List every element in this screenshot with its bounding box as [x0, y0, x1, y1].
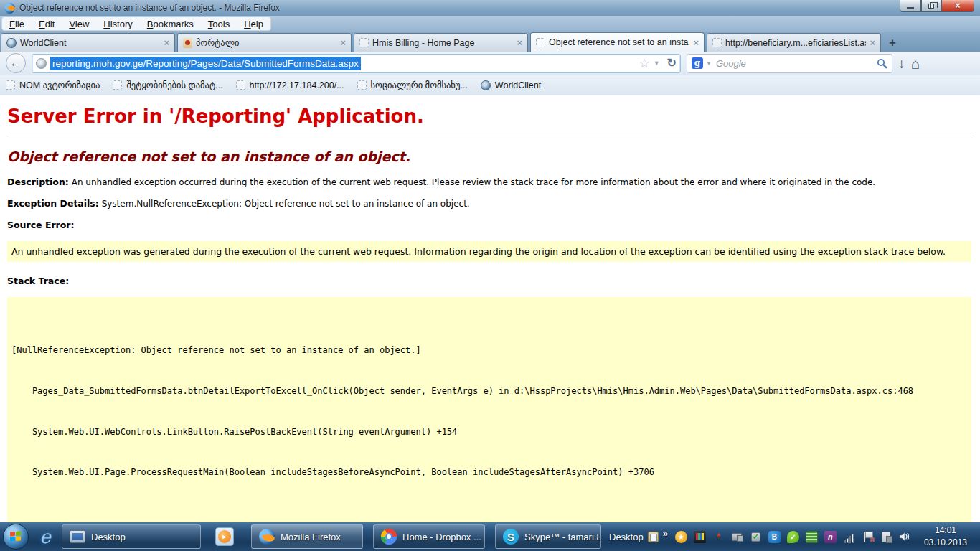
search-engine-dropdown-icon[interactable]: ▼ [706, 60, 712, 67]
source-error-box: An unhandled exception was generated dur… [7, 241, 971, 262]
tray-volume-icon[interactable] [899, 531, 911, 543]
down-arrow-glyph: ▼ [715, 537, 722, 540]
tray-devices-icon[interactable] [731, 531, 743, 543]
exception-details-label: Exception Details: [7, 198, 99, 209]
tray-security-check-icon[interactable]: ✓ [750, 531, 762, 543]
internet-explorer-icon[interactable]: e [33, 524, 57, 549]
placeholder-favicon [6, 80, 15, 90]
menu-tools[interactable]: Tools [208, 19, 230, 29]
stack-trace-line: Stack Trace: [7, 276, 973, 286]
menu-view[interactable]: View [69, 19, 89, 29]
menu-file[interactable]: File [9, 19, 24, 29]
placeholder-favicon [113, 80, 122, 90]
placeholder-favicon [359, 38, 369, 47]
tab-beneficiary-list[interactable]: http://beneficiary.m...eficiariesList.as… [707, 33, 881, 52]
bluetooth-glyph: B [772, 533, 777, 541]
tab-server-error-active[interactable]: Object reference not set to an instanc..… [530, 32, 705, 52]
tab-close-icon[interactable]: × [164, 38, 169, 47]
tray-displays-icon[interactable] [694, 531, 706, 543]
placeholder-favicon [236, 80, 245, 90]
new-tab-button[interactable]: + [883, 35, 902, 50]
close-button[interactable]: × [941, 0, 974, 12]
bookmark-social-service[interactable]: სოციალური მომსახუ... [357, 80, 468, 90]
bookmark-worldclient[interactable]: WorldClient [481, 80, 541, 90]
tray-bluetooth-icon[interactable]: B [768, 531, 781, 543]
firefox-icon [4, 3, 15, 14]
google-engine-icon[interactable]: g [692, 57, 703, 69]
globe-favicon [481, 80, 491, 90]
search-icon[interactable] [877, 58, 887, 69]
placeholder-favicon [712, 38, 722, 47]
tab-bar: WorldClient × პორტალი × Hmis Billing - H… [0, 32, 980, 52]
downloads-icon[interactable]: ↓ [898, 57, 905, 70]
menu-help[interactable]: Help [244, 19, 263, 29]
tray-signal-strength-icon[interactable] [843, 531, 855, 543]
placeholder-favicon [536, 38, 545, 47]
tab-title: WorldClient [20, 38, 160, 48]
desktop-toolbar-label: Desktop [609, 532, 644, 542]
menu-bookmarks[interactable]: Bookmarks [147, 19, 194, 29]
taskbar-button-desktop[interactable]: Desktop [62, 524, 201, 549]
crest-favicon [183, 38, 192, 48]
restore-button[interactable] [921, 0, 941, 12]
media-player-icon[interactable]: ► [212, 524, 237, 549]
menu-history[interactable]: History [103, 19, 132, 29]
taskbar-button-dropbox[interactable]: Home - Dropbox ... [373, 524, 485, 549]
tray-messenger-icon[interactable]: ✓ [787, 531, 799, 543]
tray-power-plug-icon[interactable] [880, 531, 892, 543]
start-button[interactable] [3, 524, 29, 550]
tab-close-icon[interactable]: × [340, 38, 346, 47]
site-identity-globe-icon[interactable] [36, 58, 47, 69]
tray-star-icon[interactable]: ★ [675, 531, 687, 543]
taskbar-right-zone: Desktop » ★ ▲ ▼ ✓ B ✓ n × 14:01 [609, 524, 977, 550]
tab-portal[interactable]: პორტალი × [177, 33, 352, 52]
tab-close-icon[interactable]: × [693, 38, 699, 47]
tray-grid-app-icon[interactable] [806, 531, 818, 543]
source-error-label: Source Error: [7, 220, 75, 230]
tab-close-icon[interactable]: × [870, 38, 875, 47]
play-icon: ► [218, 530, 231, 543]
window-controls: × [900, 0, 974, 12]
taskbar-button-firefox[interactable]: Mozilla Firefox [251, 524, 363, 549]
taskbar-button-skype[interactable]: S Skype™ - tamari.86 [495, 524, 601, 549]
home-icon[interactable]: ⌂ [911, 56, 920, 71]
bookmarks-toolbar: NOM ავტორიზაცია შეტყობინების დამატ... ht… [0, 75, 980, 95]
placeholder-favicon [357, 80, 367, 90]
bookmark-shetyobineba[interactable]: შეტყობინების დამატ... [113, 80, 222, 90]
search-bar[interactable]: g ▼ [687, 54, 892, 73]
desktop-folder-icon [648, 532, 659, 542]
url-dropdown-icon[interactable]: ▼ [654, 60, 660, 67]
tab-close-icon[interactable]: × [517, 38, 522, 47]
bookmark-label: http://172.17.184.200/... [250, 80, 344, 90]
bookmark-nom[interactable]: NOM ავტორიზაცია [6, 80, 100, 90]
tray-onenote-icon[interactable]: n [824, 531, 837, 543]
system-tray: ★ ▲ ▼ ✓ B ✓ n × [675, 531, 911, 543]
page-content: Server Error in '/Reporting' Application… [0, 95, 980, 522]
bookmark-label: WorldClient [495, 80, 541, 90]
url-bar[interactable]: reporting.moh.gov.ge/Reporting/Pages/Dat… [32, 54, 681, 73]
tab-hmis-billing[interactable]: Hmis Billing - Home Page × [354, 33, 528, 52]
onenote-glyph: n [828, 532, 833, 541]
menu-edit[interactable]: Edit [39, 19, 55, 29]
bookmark-ip-address[interactable]: http://172.17.184.200/... [236, 80, 344, 90]
tab-worldclient[interactable]: WorldClient × [1, 33, 175, 52]
error-page-title: Server Error in '/Reporting' Application… [7, 105, 973, 127]
divider [7, 136, 971, 136]
clock-time: 14:01 [924, 524, 967, 537]
reload-icon[interactable]: ↻ [664, 57, 677, 69]
url-input[interactable]: reporting.moh.gov.ge/Reporting/Pages/Dat… [50, 57, 361, 70]
minimize-button[interactable] [900, 0, 921, 12]
source-error-line: Source Error: [7, 220, 973, 230]
tray-action-center-flag-icon[interactable]: × [862, 531, 874, 543]
chrome-icon [381, 529, 397, 545]
desktop-toolbar[interactable]: Desktop » [609, 532, 668, 542]
back-button[interactable]: ← [6, 53, 26, 73]
taskbar-clock[interactable]: 14:01 03.10.2013 [918, 524, 973, 550]
chevron-expand-icon[interactable]: » [663, 528, 668, 539]
error-page-subtitle: Object reference not set to an instance … [7, 149, 973, 164]
bookmark-star-icon[interactable]: ☆ [639, 57, 649, 70]
exception-details-text: System.NullReferenceException: Object re… [102, 199, 470, 209]
bookmark-label: სოციალური მომსახუ... [371, 80, 468, 90]
tray-network-traffic-icon[interactable]: ▲ ▼ [712, 531, 725, 543]
search-input[interactable] [715, 57, 874, 70]
